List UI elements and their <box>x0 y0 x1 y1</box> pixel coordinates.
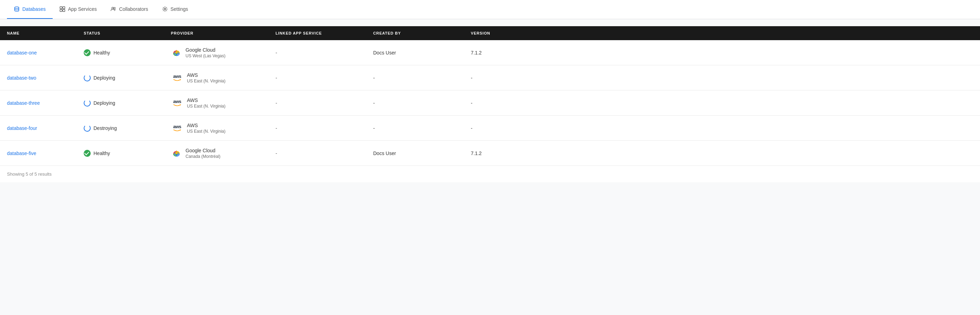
cell-created-by: - <box>366 94 464 111</box>
status-text: Deploying <box>94 100 115 106</box>
status-text: Healthy <box>94 150 110 156</box>
status-cell: Healthy <box>84 150 110 157</box>
table-row: database-oneHealthy Google Cloud US West… <box>0 40 980 65</box>
table-row: database-threeDeploying aws AWS US East … <box>0 90 980 115</box>
tab-databases-label: Databases <box>22 6 46 12</box>
cell-name: database-two <box>0 69 77 86</box>
provider-region: US East (N. Virginia) <box>187 129 225 134</box>
status-icon <box>84 125 91 132</box>
status-icon <box>84 49 91 56</box>
settings-icon <box>162 6 168 12</box>
provider-region: US West (Las Vegas) <box>186 53 226 58</box>
column-header-created-by: CREATED BY <box>366 26 464 40</box>
app-services-icon <box>60 6 65 12</box>
cell-status: Destroying <box>77 119 164 137</box>
provider-info: Google Cloud US West (Las Vegas) <box>186 47 226 58</box>
database-link[interactable]: database-four <box>7 125 37 131</box>
table-footer: Showing 5 of 5 results <box>0 166 980 182</box>
tab-app-services-label: App Services <box>68 6 97 12</box>
results-count: Showing 5 of 5 results <box>7 171 52 177</box>
aws-icon: aws <box>171 124 183 132</box>
svg-rect-4 <box>63 10 65 11</box>
provider-cell: aws AWS US East (N. Virginia) <box>171 98 225 109</box>
cell-provider: Google Cloud US West (Las Vegas) <box>164 42 269 64</box>
tab-app-services[interactable]: App Services <box>52 0 103 19</box>
cell-version: - <box>464 69 527 86</box>
provider-cell: aws AWS US East (N. Virginia) <box>171 123 225 134</box>
cell-provider: Google Cloud Canada (Montréal) <box>164 142 269 165</box>
status-cell: Destroying <box>84 125 117 132</box>
column-header-status: STATUS <box>77 26 164 40</box>
database-link[interactable]: database-five <box>7 150 36 156</box>
column-header-version: VERSION <box>464 26 527 40</box>
aws-icon: aws <box>171 99 183 107</box>
tab-settings[interactable]: Settings <box>155 0 195 19</box>
cell-status: Deploying <box>77 94 164 112</box>
svg-point-0 <box>15 7 19 9</box>
destroying-icon <box>84 125 91 132</box>
cell-name: database-one <box>0 44 77 61</box>
provider-region: Canada (Montréal) <box>186 154 220 159</box>
cell-linked-app-service: - <box>269 120 366 136</box>
provider-cell: Google Cloud Canada (Montréal) <box>171 148 220 159</box>
provider-region: US East (N. Virginia) <box>187 78 225 83</box>
svg-rect-3 <box>60 10 62 11</box>
provider-region: US East (N. Virginia) <box>187 104 225 109</box>
cell-version: - <box>464 120 527 136</box>
cell-created-by: Docs User <box>366 44 464 61</box>
tab-databases[interactable]: Databases <box>7 0 52 19</box>
status-cell: Deploying <box>84 99 115 107</box>
cell-linked-app-service: - <box>269 69 366 86</box>
cell-status: Deploying <box>77 69 164 87</box>
status-cell: Healthy <box>84 49 110 56</box>
svg-rect-2 <box>63 6 65 9</box>
database-link[interactable]: database-two <box>7 75 36 81</box>
cell-name: database-five <box>0 145 77 162</box>
cell-provider: aws AWS US East (N. Virginia) <box>164 92 269 114</box>
provider-name: AWS <box>187 123 225 128</box>
svg-point-7 <box>164 8 165 10</box>
provider-name: Google Cloud <box>186 47 226 53</box>
collaborators-icon <box>111 6 116 12</box>
gcp-icon <box>171 148 182 159</box>
cell-linked-app-service: - <box>269 44 366 61</box>
status-cell: Deploying <box>84 74 115 82</box>
svg-point-5 <box>112 7 114 9</box>
cell-status: Healthy <box>77 144 164 162</box>
provider-info: AWS US East (N. Virginia) <box>187 98 225 109</box>
status-text: Destroying <box>94 125 117 131</box>
provider-cell: aws AWS US East (N. Virginia) <box>171 72 225 83</box>
tab-navigation: Databases App Services Collaborators <box>0 0 980 19</box>
table-header-row: NAME STATUS PROVIDER LINKED APP SERVICE … <box>0 26 980 40</box>
column-header-provider: PROVIDER <box>164 26 269 40</box>
gcp-icon <box>171 47 182 58</box>
tab-collaborators-label: Collaborators <box>119 6 148 12</box>
table-row: database-fourDestroying aws AWS US East … <box>0 115 980 141</box>
column-header-linked-app-service: LINKED APP SERVICE <box>269 26 366 40</box>
provider-name: AWS <box>187 98 225 103</box>
cell-version: - <box>464 94 527 111</box>
cell-name: database-four <box>0 120 77 136</box>
cell-provider: aws AWS US East (N. Virginia) <box>164 67 269 89</box>
deploying-icon <box>84 99 91 107</box>
cell-created-by: Docs User <box>366 145 464 162</box>
deploying-icon <box>84 74 91 82</box>
healthy-icon <box>84 150 91 157</box>
cell-version: 7.1.2 <box>464 44 527 61</box>
tab-settings-label: Settings <box>170 6 188 12</box>
tab-collaborators[interactable]: Collaborators <box>103 0 155 19</box>
cell-created-by: - <box>366 69 464 86</box>
svg-rect-1 <box>60 6 62 9</box>
database-link[interactable]: database-three <box>7 100 40 106</box>
databases-table: NAME STATUS PROVIDER LINKED APP SERVICE … <box>0 26 980 182</box>
status-text: Healthy <box>94 50 110 56</box>
table-body: database-oneHealthy Google Cloud US West… <box>0 40 980 166</box>
cell-status: Healthy <box>77 44 164 62</box>
status-text: Deploying <box>94 75 115 81</box>
cell-linked-app-service: - <box>269 145 366 162</box>
status-icon <box>84 74 91 82</box>
cell-provider: aws AWS US East (N. Virginia) <box>164 117 269 139</box>
provider-info: AWS US East (N. Virginia) <box>187 123 225 134</box>
svg-point-6 <box>114 7 115 9</box>
database-link[interactable]: database-one <box>7 50 37 56</box>
